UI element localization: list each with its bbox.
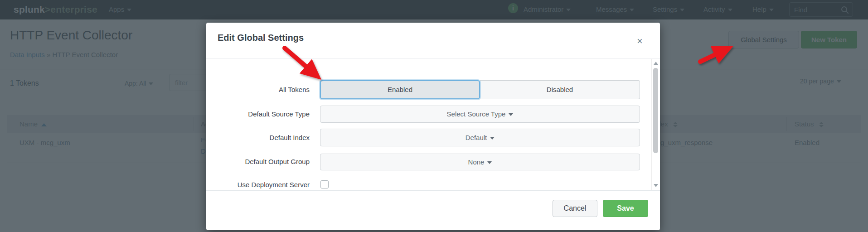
splunk-hec-screen: splunk>enterprise Apps i Administrator M… <box>0 0 868 232</box>
modal-footer-divider <box>206 190 660 191</box>
close-icon[interactable]: × <box>637 36 643 46</box>
chevron-down-icon <box>509 113 513 116</box>
all-tokens-toggle: Enabled Disabled <box>320 80 640 99</box>
scroll-down-icon[interactable] <box>654 184 658 187</box>
default-index-label: Default Index <box>206 134 310 141</box>
save-button[interactable]: Save <box>603 200 648 217</box>
default-source-type-dropdown[interactable]: Select Source Type <box>320 106 640 123</box>
use-deployment-server-checkbox[interactable] <box>320 180 329 188</box>
chevron-down-icon <box>487 161 492 164</box>
modal-header-divider <box>206 58 660 58</box>
default-index-dropdown[interactable]: Default <box>320 129 640 146</box>
cancel-button[interactable]: Cancel <box>553 200 597 217</box>
chevron-down-icon <box>490 137 495 140</box>
default-output-group-value: None <box>468 158 485 166</box>
modal-scrollbar <box>651 59 659 190</box>
all-tokens-disabled-option[interactable]: Disabled <box>480 80 640 99</box>
default-source-type-value: Select Source Type <box>447 110 506 118</box>
default-source-type-label: Default Source Type <box>206 110 310 118</box>
default-output-group-label: Default Output Group <box>206 158 310 165</box>
default-output-group-dropdown[interactable]: None <box>320 154 640 170</box>
use-deployment-server-label: Use Deployment Server <box>206 181 310 188</box>
scrollbar-thumb[interactable] <box>653 68 658 153</box>
all-tokens-enabled-option[interactable]: Enabled <box>320 80 480 99</box>
all-tokens-label: All Tokens <box>206 86 310 93</box>
edit-global-settings-modal: Edit Global Settings × All Tokens Enable… <box>206 23 660 230</box>
modal-title: Edit Global Settings <box>218 33 304 43</box>
scroll-up-icon[interactable] <box>654 62 658 65</box>
default-index-value: Default <box>466 134 487 141</box>
